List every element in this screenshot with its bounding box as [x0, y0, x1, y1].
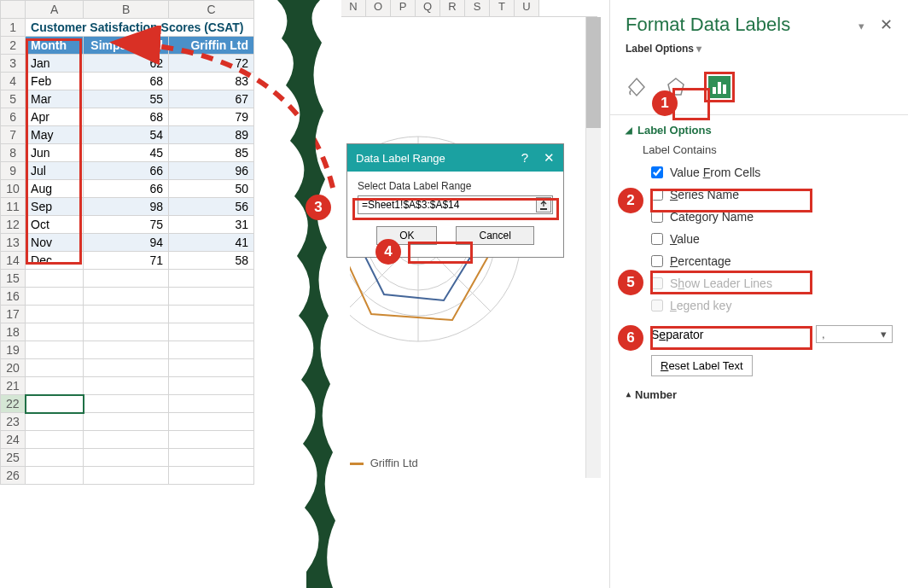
cell[interactable] [169, 449, 254, 467]
col-header[interactable]: S [465, 0, 490, 16]
reset-label-text-button[interactable]: Reset Label Text [651, 355, 753, 376]
series-name-checkbox-row[interactable]: Series Name [610, 183, 908, 206]
value-checkbox[interactable] [651, 233, 663, 245]
cell[interactable] [84, 306, 169, 323]
row-header[interactable]: 24 [1, 431, 26, 449]
active-cell[interactable] [26, 395, 84, 413]
cell[interactable] [169, 413, 254, 431]
dialog-titlebar[interactable]: Data Label Range ? ✕ [347, 144, 563, 172]
pane-subtitle[interactable]: Label Options ▾ [610, 43, 908, 63]
data-grid[interactable]: A B C 1 Customer Satisfaction Scores (CS… [0, 0, 254, 485]
pane-options-dropdown-icon[interactable]: ▾ [859, 20, 864, 32]
cell[interactable]: 50 [169, 180, 254, 198]
cell[interactable] [169, 341, 254, 359]
cell[interactable]: 94 [84, 234, 169, 252]
col-header[interactable]: P [391, 0, 416, 16]
cell[interactable] [84, 467, 169, 485]
series-name-checkbox[interactable] [651, 189, 663, 201]
row-header[interactable]: 10 [1, 180, 26, 198]
cell[interactable]: 31 [169, 216, 254, 234]
cell[interactable] [169, 270, 254, 288]
row-header[interactable]: 15 [1, 270, 26, 288]
effects-icon[interactable] [665, 76, 687, 98]
header-griffin[interactable]: Griffin Ltd [169, 37, 254, 55]
cell[interactable] [169, 377, 254, 395]
cell[interactable]: May [26, 126, 84, 144]
header-month[interactable]: Month [26, 37, 84, 55]
cell[interactable] [84, 323, 169, 341]
cell[interactable]: Aug [26, 180, 84, 198]
row-header[interactable]: 25 [1, 449, 26, 467]
row-header[interactable]: 3 [1, 55, 26, 73]
category-name-checkbox-row[interactable]: Category Name [610, 206, 908, 228]
col-header-b[interactable]: B [84, 1, 169, 19]
chart-options-icon[interactable] [708, 76, 730, 98]
cell[interactable]: 58 [169, 252, 254, 270]
dialog-close-icon[interactable]: ✕ [544, 150, 555, 166]
cell[interactable] [84, 413, 169, 431]
cell[interactable] [169, 467, 254, 485]
cell[interactable]: Feb [26, 73, 84, 90]
cell[interactable] [26, 359, 84, 377]
col-header[interactable]: O [366, 0, 391, 16]
cell[interactable]: Sep [26, 198, 84, 216]
col-header-a[interactable]: A [26, 1, 84, 19]
cell[interactable] [169, 431, 254, 449]
cell[interactable] [26, 306, 84, 323]
row-header[interactable]: 2 [1, 37, 26, 55]
ok-button[interactable]: OK [376, 226, 437, 245]
cell[interactable]: 67 [169, 90, 254, 108]
row-header[interactable]: 21 [1, 377, 26, 395]
label-options-section-header[interactable]: ◢ Label Options [610, 115, 908, 140]
cell[interactable] [169, 395, 254, 413]
cell[interactable]: 56 [169, 198, 254, 216]
cell[interactable] [26, 341, 84, 359]
percentage-checkbox-row[interactable]: Percentage [610, 250, 908, 272]
cell[interactable] [26, 449, 84, 467]
cancel-button[interactable]: Cancel [456, 226, 533, 245]
cell[interactable] [84, 377, 169, 395]
value-from-cells-checkbox[interactable] [651, 166, 663, 178]
vertical-scrollbar[interactable] [585, 17, 601, 478]
row-header[interactable]: 26 [1, 467, 26, 485]
row-header[interactable]: 6 [1, 108, 26, 126]
cell[interactable] [84, 270, 169, 288]
cell[interactable] [84, 288, 169, 306]
cell[interactable]: 98 [84, 198, 169, 216]
row-header[interactable]: 8 [1, 144, 26, 162]
scrollbar-thumb[interactable] [586, 17, 601, 128]
row-header[interactable]: 1 [1, 19, 26, 37]
cell[interactable]: Nov [26, 234, 84, 252]
cell[interactable] [169, 306, 254, 323]
separator-dropdown[interactable]: ,▾ [816, 325, 893, 343]
row-header[interactable]: 11 [1, 198, 26, 216]
number-section-header[interactable]: ▸ Number [610, 376, 908, 413]
row-header[interactable]: 20 [1, 359, 26, 377]
cell[interactable] [26, 270, 84, 288]
cell[interactable]: 68 [84, 108, 169, 126]
col-header[interactable]: R [440, 0, 465, 16]
header-simpson[interactable]: Simpson Ltd [84, 37, 169, 55]
cell[interactable] [26, 413, 84, 431]
col-header[interactable]: N [341, 0, 366, 16]
col-header[interactable]: T [490, 0, 515, 16]
cell[interactable]: 83 [169, 73, 254, 90]
cell[interactable]: Jan [26, 55, 84, 73]
cell[interactable] [84, 341, 169, 359]
col-header-c[interactable]: C [169, 1, 254, 19]
cell[interactable]: 96 [169, 162, 254, 180]
col-header[interactable]: Q [416, 0, 440, 16]
row-header[interactable]: 17 [1, 306, 26, 323]
cell[interactable]: 75 [84, 216, 169, 234]
cell[interactable]: Apr [26, 108, 84, 126]
cell[interactable] [26, 467, 84, 485]
cell[interactable]: 89 [169, 126, 254, 144]
cell[interactable]: Mar [26, 90, 84, 108]
cell[interactable] [84, 395, 169, 413]
pane-close-icon[interactable]: ✕ [880, 16, 893, 33]
cell[interactable]: Dec [26, 252, 84, 270]
cell[interactable]: Jun [26, 144, 84, 162]
cell[interactable]: 66 [84, 162, 169, 180]
cell[interactable] [169, 359, 254, 377]
row-header[interactable]: 9 [1, 162, 26, 180]
